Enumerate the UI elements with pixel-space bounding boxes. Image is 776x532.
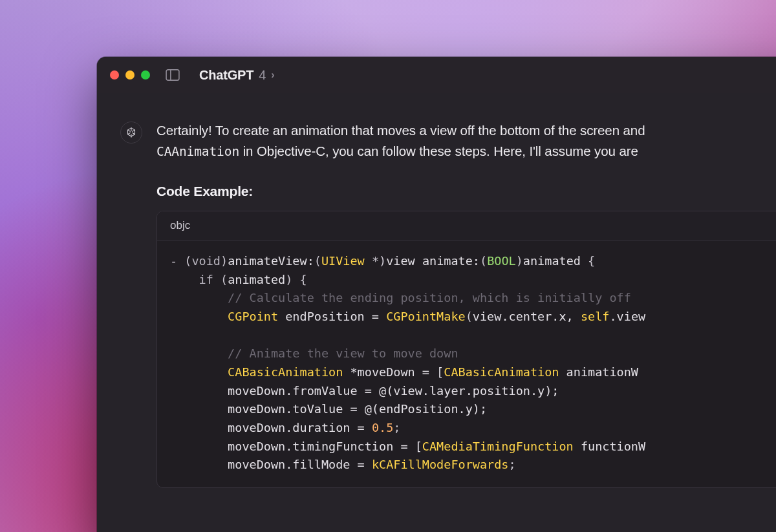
code-token: animated [228, 273, 285, 286]
code-token: ; [509, 458, 516, 471]
window-close-button[interactable] [110, 70, 119, 80]
desktop-wallpaper: ChatGPT 4 › Certainly! To creat [0, 0, 776, 532]
code-content[interactable]: - (void)animateView:(UIView *)view anima… [157, 240, 776, 487]
code-token: ( [480, 254, 487, 268]
code-token [170, 440, 228, 453]
code-token: ( [314, 254, 321, 268]
code-token: if [199, 273, 213, 286]
code-token: // Animate the view to move down [228, 346, 458, 360]
code-token [170, 458, 228, 471]
window-zoom-button[interactable] [141, 70, 150, 80]
code-token: CAMediaTimingFunction [422, 440, 574, 453]
code-token: CABasicAnimation [444, 365, 559, 379]
app-title: ChatGPT [199, 68, 253, 83]
code-token: endPosition = [278, 310, 386, 323]
code-block: objc - (void)animateView:(UIView *)view … [156, 211, 776, 488]
code-token: ) { [285, 273, 307, 286]
code-token: functionW [574, 440, 645, 453]
model-selector[interactable]: ChatGPT 4 › [199, 68, 275, 83]
code-token: kCAFillModeForwards [372, 458, 509, 471]
prose-fragment: Certainly! To create an animation that m… [156, 123, 645, 138]
code-token: { [588, 254, 595, 268]
inline-code: CAAnimation [156, 144, 239, 159]
message-text: Certainly! To create an animation that m… [156, 120, 776, 162]
chevron-right-icon: › [271, 69, 274, 81]
conversation-area: Certainly! To create an animation that m… [97, 93, 776, 488]
code-token: ) [516, 254, 523, 268]
code-token: moveDown.fromValue = @(view.layer.positi… [228, 384, 559, 398]
code-token: * [365, 254, 379, 268]
code-token: ( [184, 254, 191, 268]
message-body: Certainly! To create an animation that m… [156, 120, 776, 488]
code-token [170, 310, 228, 323]
traffic-lights [110, 70, 150, 80]
code-token: void [191, 254, 221, 268]
openai-logo-icon [124, 125, 138, 140]
assistant-avatar [120, 122, 142, 144]
code-token: moveDown.fillMode = [228, 458, 372, 471]
code-token: animate: [422, 254, 480, 268]
code-token: animationW [559, 365, 638, 379]
code-token: .view [609, 310, 645, 323]
code-token: 0.5 [372, 421, 393, 434]
code-token: *moveDown = [ [343, 365, 444, 379]
titlebar[interactable]: ChatGPT 4 › [97, 57, 776, 93]
code-token: UIView [321, 254, 365, 268]
code-token: self [581, 310, 610, 323]
prose-fragment: in Objective-C, you can follow these ste… [239, 144, 638, 158]
code-token [170, 421, 228, 434]
code-token: ( [466, 310, 473, 323]
code-token [170, 384, 228, 398]
code-token: animateView: [228, 254, 314, 268]
code-token [170, 291, 228, 304]
code-token: moveDown.timingFunction = [ [228, 440, 422, 453]
code-token: CABasicAnimation [228, 365, 343, 379]
code-token: BOOL [487, 254, 516, 268]
code-token: // Calculate the ending position, which … [228, 291, 638, 304]
code-token: ) [379, 254, 386, 268]
code-token [170, 365, 228, 379]
code-token [170, 273, 199, 286]
code-token: animated [523, 254, 588, 268]
code-token: view [386, 254, 422, 268]
section-heading: Code Example: [156, 184, 776, 199]
code-token: ) [221, 254, 228, 268]
code-token [170, 402, 228, 416]
code-token: - [170, 254, 184, 268]
code-token: view.center.x, [473, 310, 581, 323]
sidebar-toggle-icon[interactable] [166, 69, 180, 81]
code-language-label: objc [157, 211, 776, 240]
code-token: ( [213, 273, 228, 286]
code-token [170, 346, 228, 360]
code-token: CGPoint [228, 310, 278, 323]
code-token: CGPointMake [386, 310, 466, 323]
code-token: ; [393, 421, 400, 434]
svg-rect-0 [166, 70, 179, 80]
assistant-message: Certainly! To create an animation that m… [120, 120, 776, 488]
app-window: ChatGPT 4 › Certainly! To creat [97, 57, 776, 532]
model-version: 4 [259, 68, 266, 83]
window-minimize-button[interactable] [125, 70, 135, 80]
code-token: moveDown.duration = [228, 421, 372, 434]
code-token: moveDown.toValue = @(endPosition.y); [228, 402, 487, 416]
